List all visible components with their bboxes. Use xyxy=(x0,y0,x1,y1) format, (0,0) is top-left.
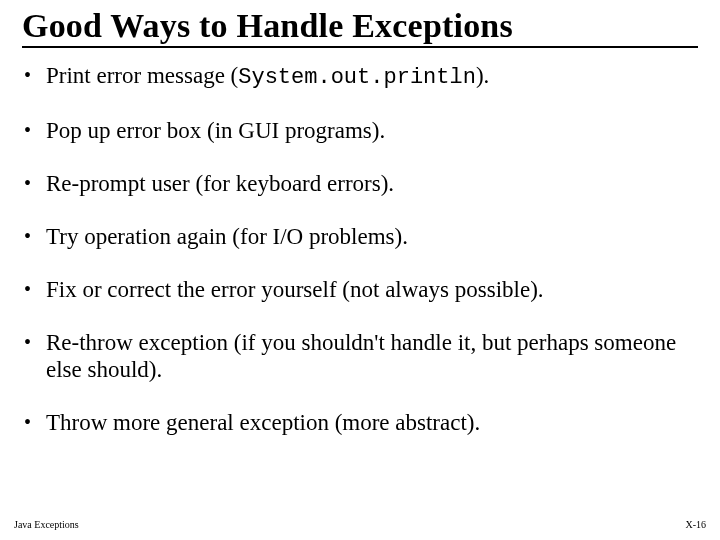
bullet-text: Try operation again (for I/O problems). xyxy=(46,224,408,249)
bullet-text: Fix or correct the error yourself (not a… xyxy=(46,277,544,302)
bullet-text: Re-prompt user (for keyboard errors). xyxy=(46,171,394,196)
list-item: Fix or correct the error yourself (not a… xyxy=(22,276,698,303)
list-item: Re-prompt user (for keyboard errors). xyxy=(22,170,698,197)
list-item: Pop up error box (in GUI programs). xyxy=(22,117,698,144)
bullet-text: Pop up error box (in GUI programs). xyxy=(46,118,385,143)
bullet-list: Print error message (System.out.println)… xyxy=(22,62,698,437)
slide: Good Ways to Handle Exceptions Print err… xyxy=(0,0,720,540)
slide-title: Good Ways to Handle Exceptions xyxy=(22,8,698,48)
code-text: System.out.println xyxy=(238,65,476,90)
footer-right: X-16 xyxy=(685,519,706,530)
bullet-text: Re-throw exception (if you shouldn't han… xyxy=(46,330,676,382)
list-item: Throw more general exception (more abstr… xyxy=(22,409,698,436)
footer-left: Java Exceptions xyxy=(14,519,79,530)
bullet-text: Print error message ( xyxy=(46,63,238,88)
list-item: Re-throw exception (if you shouldn't han… xyxy=(22,329,698,383)
list-item: Print error message (System.out.println)… xyxy=(22,62,698,91)
bullet-text-post: ). xyxy=(476,63,489,88)
list-item: Try operation again (for I/O problems). xyxy=(22,223,698,250)
bullet-text: Throw more general exception (more abstr… xyxy=(46,410,480,435)
